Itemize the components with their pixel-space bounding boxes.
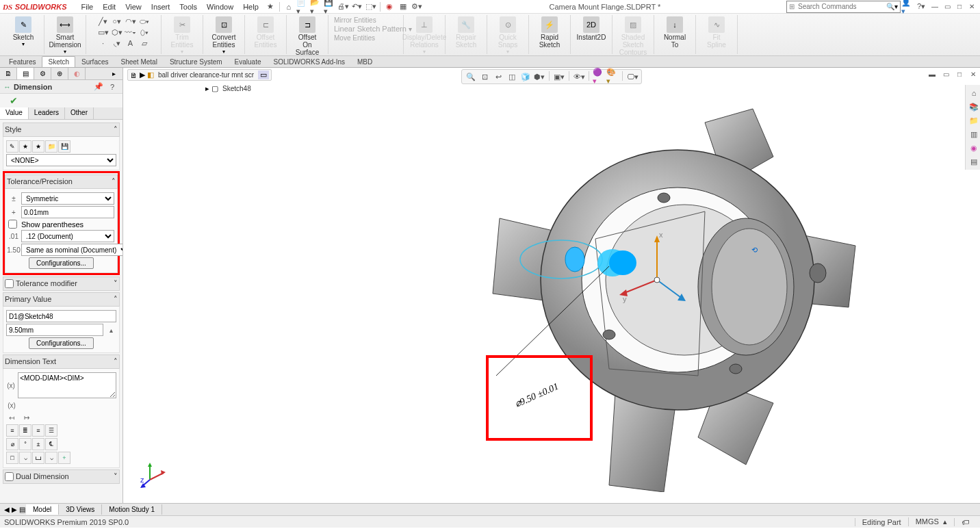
graphics-viewport[interactable]: 🗎 ▶ ◧ ball driver clearance-tur mnt scr … [123,68,980,503]
unit-precision-select[interactable]: .12 (Document) [21,230,114,242]
options-icon[interactable]: ▦ [397,1,409,13]
bc-history-icon[interactable]: ▶ [140,70,145,79]
style-save-icon[interactable]: 💾 [58,140,70,153]
search-commands[interactable]: ⊞ 🔍▾ [786,1,901,13]
hide-show-icon[interactable]: 👁▾ [573,71,585,82]
dimtext-suffix-icon[interactable]: (x) [6,400,17,411]
user-icon[interactable]: 👤▾ [901,1,914,13]
tab-mbd[interactable]: MBD [351,56,378,67]
spinner-up-icon[interactable]: ▴ [105,324,116,335]
tab-sketch[interactable]: Sketch [42,56,75,67]
home-icon[interactable]: ⌂ [283,1,295,13]
polygon-tool-icon[interactable]: ⬡▾ [111,27,123,38]
tab-structure[interactable]: Structure System [164,56,229,67]
print-icon[interactable]: 🖨▾ [337,1,350,13]
ribbon-repair[interactable]: 🔧 Repair Sketch [448,16,484,49]
rebuild-icon[interactable]: ◉ [383,1,396,13]
vp-restore-icon[interactable]: ▭ [940,69,951,79]
display-style-icon[interactable]: ▣▾ [553,71,565,82]
new-icon[interactable]: 📄▾ [296,1,309,13]
dynamic-view-icon[interactable]: 🧊 [519,71,532,82]
plane-tool-icon[interactable]: ▱ [138,38,151,49]
tol-precision-select[interactable]: Same as nominal (Document) [21,244,122,256]
pm-subtab-leaders[interactable]: Leaders [29,107,65,119]
menu-tools[interactable]: Tools [175,1,202,12]
status-units[interactable]: MMGS ▴ [908,517,954,526]
ribbon-smart-dimension[interactable]: ⟷ Smart Dimension▾ [47,16,83,55]
line-tool-icon[interactable]: ╱▾ [97,16,109,27]
section-view-icon[interactable]: ◫ [506,71,518,82]
menu-insert[interactable]: Insert [146,1,175,12]
section-tol-modifier[interactable]: Tolerance modifier˅ [3,276,120,291]
save-icon[interactable]: 💾▾ [324,1,336,13]
tab-sheetmetal[interactable]: Sheet Metal [115,56,164,67]
justify-center-icon[interactable]: ≣ [19,424,31,437]
dimtext-input[interactable]: <MOD-DIAM><DIM> [18,372,116,398]
btm-nav-icons[interactable]: ◀ ▶ ▤ [4,506,25,513]
vp-close-icon[interactable]: ✕ [968,69,979,79]
section-primary[interactable]: Primary Value˄ [3,292,120,307]
ok-button[interactable]: ✔ [4,94,23,107]
close-icon[interactable]: ✕ [966,2,977,12]
tolerance-value-input[interactable] [21,206,114,218]
spline-tool-icon[interactable]: 〰▾ [125,27,137,38]
maximize-icon[interactable]: □ [954,2,965,12]
menu-view[interactable]: View [120,1,146,12]
sym-diameter-icon[interactable]: ⌀ [6,438,18,450]
sym-degree-icon[interactable]: ° [19,438,31,450]
btm-tab-model[interactable]: Model [26,504,59,515]
menu-file[interactable]: File [76,1,98,12]
bc-child-expand-icon[interactable]: ▸ [205,84,209,93]
ribbon-instant2d[interactable]: 2D Instant2D [573,16,609,42]
sym-surf-icon[interactable]: ⌵ [19,452,31,464]
view-orient-icon[interactable]: ⬢▾ [533,71,545,82]
ribbon-rapid-sketch[interactable]: ⚡ Rapid Sketch [532,16,567,49]
help-icon[interactable]: ?▾ [915,1,927,13]
ellipse-tool-icon[interactable]: ⬯▾ [138,27,151,38]
menu-help[interactable]: Help [238,1,263,12]
tab-surfaces[interactable]: Surfaces [75,56,114,67]
tol-config-button[interactable]: Configurations... [29,257,94,269]
sym-more-icon[interactable]: + [58,452,70,464]
menu-window[interactable]: Window [202,1,238,12]
ribbon-offset-surface[interactable]: ⊐ Offset On Surface [289,16,325,57]
bc-flyout-icon[interactable]: 🗎 [130,71,138,79]
breadcrumb-child[interactable]: ▸ ▢ Sketch48 [205,84,253,93]
rect-tool-icon[interactable]: ▭▾ [97,27,109,38]
justify-left-icon[interactable]: ≡ [6,424,18,437]
ribbon-fit-spline[interactable]: ∿ Fit Spline [699,16,734,49]
zoom-area-icon[interactable]: ⊡ [478,71,491,82]
style-add-icon[interactable]: ★ [19,140,31,153]
select-icon[interactable]: ⬚▾ [365,1,377,13]
pm-subtab-value[interactable]: Value [0,107,29,119]
bc-root[interactable]: ball driver clearance-tur mnt scr [156,71,256,79]
dual-dim-checkbox[interactable] [5,472,14,481]
sym-centerline-icon[interactable]: ℄ [45,438,57,450]
ribbon-trim[interactable]: ✂ Trim Entities▾ [164,16,200,55]
style-select[interactable]: <NONE> [6,154,116,166]
fm-tab-property-mgr[interactable]: ▤ [17,68,34,79]
pm-subtab-other[interactable]: Other [65,107,94,119]
undo-icon[interactable]: ↶▾ [351,1,363,13]
ribbon-convert[interactable]: ⊡ Convert Entities▾ [206,16,242,55]
vp-min-icon[interactable]: ▬ [927,69,938,79]
style-apply-icon[interactable]: ✎ [6,140,18,153]
btm-tab-3dviews[interactable]: 3D Views [59,504,102,515]
fm-tab-display-mgr[interactable]: ◐ [68,68,86,79]
menu-edit[interactable]: Edit [98,1,120,12]
fm-tab-config-mgr[interactable]: ⚙ [34,68,51,79]
tol-modifier-checkbox[interactable] [5,279,14,288]
dimtext-left-icon[interactable]: ↤ [6,412,17,423]
scene-icon[interactable]: 🎨▾ [606,71,619,82]
ribbon-offset[interactable]: ⊏ Offset Entities [248,16,283,49]
fm-tab-dimxpert[interactable]: ⊕ [51,68,68,79]
section-dual[interactable]: Dual Dimension˅ [3,469,120,484]
justify-full-icon[interactable]: ☰ [45,424,57,437]
bc-child-label[interactable]: Sketch48 [220,85,253,92]
show-paren-checkbox[interactable] [8,220,17,229]
slot-tool-icon[interactable]: ⬭▾ [138,16,151,27]
primary-config-button[interactable]: Configurations... [29,337,94,349]
dimtext-prefix-icon[interactable]: (x) [6,380,16,391]
minimize-icon[interactable]: — [929,2,940,12]
pm-help-icon[interactable]: ? [106,81,118,93]
